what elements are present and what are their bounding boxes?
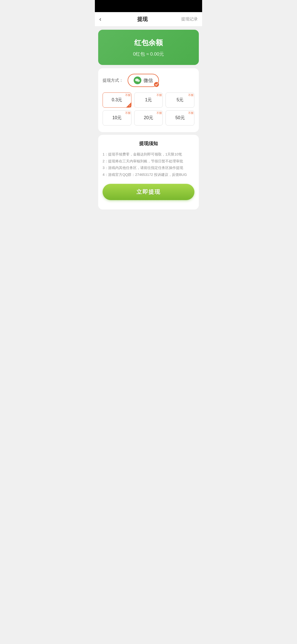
balance-amount: 0红包 ≈ 0.00元	[104, 51, 193, 57]
wechat-check-badge	[154, 82, 159, 87]
notice-card: 提现须知 1：提现手续费零，金额达到即可领取，1天限10笔 2：提现将在三天内审…	[98, 135, 199, 209]
amount-btn-5[interactable]: 不限 50元	[166, 110, 194, 125]
wechat-icon	[134, 77, 141, 84]
svg-point-6	[139, 81, 139, 81]
notice-item-1: 1：提现手续费零，金额达到即可领取，1天限10笔	[103, 151, 194, 158]
limit-badge-3: 不限	[125, 111, 131, 115]
history-link[interactable]: 提现记录	[181, 17, 198, 22]
notice-item-3: 3：游戏内其他任务区，请前往指定任务区操作提现	[103, 165, 194, 171]
page-title: 提现	[137, 16, 148, 23]
amount-value-3: 10元	[112, 115, 122, 120]
status-bar	[95, 0, 202, 12]
withdraw-method-label: 提现方式：	[103, 78, 123, 83]
amount-btn-4[interactable]: 不限 20元	[134, 110, 163, 125]
amount-value-4: 20元	[144, 115, 153, 120]
amount-value-0: 0.3元	[112, 97, 122, 102]
svg-point-4	[137, 80, 140, 82]
withdraw-method-row: 提现方式： 微信	[103, 74, 194, 87]
wechat-label: 微信	[144, 77, 153, 84]
amount-btn-3[interactable]: 不限 10元	[103, 110, 131, 125]
withdraw-button[interactable]: 立即提现	[103, 184, 194, 200]
svg-point-5	[138, 81, 138, 81]
notice-title: 提现须知	[103, 140, 194, 147]
limit-badge-4: 不限	[156, 111, 162, 115]
back-button[interactable]: ‹	[99, 15, 103, 24]
wechat-button[interactable]: 微信	[128, 74, 159, 87]
limit-badge-1: 不限	[156, 93, 162, 97]
amount-value-2: 5元	[177, 97, 183, 102]
notice-item-2: 2：提现将在三天内审核到账，节假日暂不处理审批	[103, 158, 194, 165]
amount-btn-2[interactable]: 不限 5元	[166, 92, 194, 108]
amount-value-5: 50元	[175, 115, 185, 120]
limit-badge-2: 不限	[188, 93, 194, 97]
balance-title: 红包余额	[104, 38, 193, 48]
amount-btn-0[interactable]: 不限 0.3元 ✓	[103, 92, 131, 108]
bottom-spacer	[95, 212, 202, 267]
notice-item-4: 4：游戏官方QQ群：274653172 投诉建议，反馈BUG	[103, 171, 194, 178]
limit-badge-0: 不限	[125, 93, 131, 97]
limit-badge-5: 不限	[188, 111, 194, 115]
withdraw-section-card: 提现方式： 微信 不限 0.3元 ✓ 不限 1元	[98, 68, 199, 132]
balance-card: 红包余额 0红包 ≈ 0.00元	[98, 30, 199, 65]
svg-point-2	[136, 80, 137, 80]
amount-grid: 不限 0.3元 ✓ 不限 1元 不限 5元 不限 10元 不限 20元 不限 5…	[103, 92, 194, 125]
nav-bar: ‹ 提现 提现记录	[95, 12, 202, 26]
amount-btn-1[interactable]: 不限 1元	[134, 92, 163, 108]
amount-value-1: 1元	[145, 97, 152, 102]
